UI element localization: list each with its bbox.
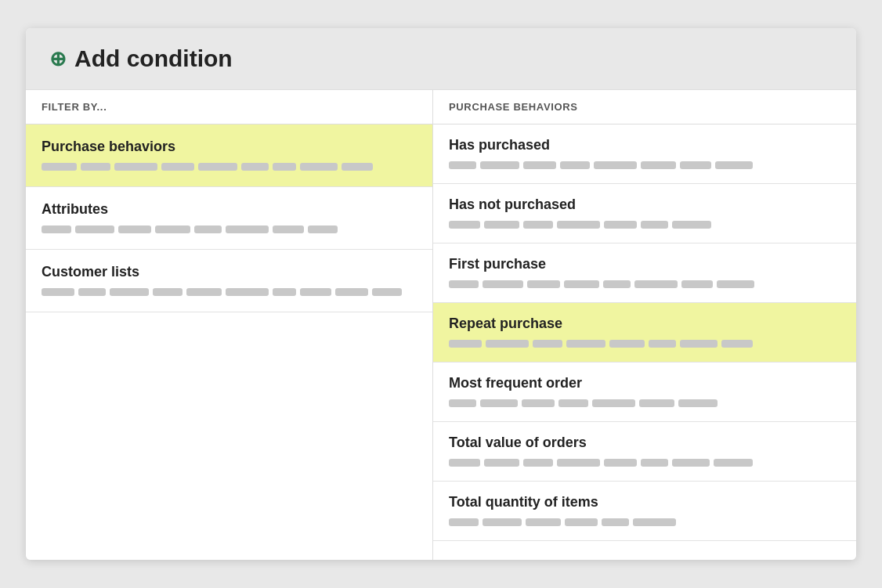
modal-body: FILTER BY... Purchase behaviorsAttribute… [26, 90, 856, 560]
placeholder-line [522, 399, 555, 407]
placeholder-line [715, 161, 753, 169]
placeholder-line [161, 163, 194, 171]
placeholder-line [42, 225, 71, 233]
filter-item-purchase-behaviors[interactable]: Purchase behaviors [26, 124, 432, 187]
modal-title: Add condition [74, 45, 233, 72]
filter-item-attributes[interactable]: Attributes [26, 187, 432, 250]
placeholder-line [273, 163, 296, 171]
placeholder-line [78, 288, 106, 296]
placeholder-line [42, 163, 77, 171]
placeholder-lines [449, 280, 840, 288]
filter-item-customer-lists[interactable]: Customer lists [26, 250, 432, 312]
placeholder-line [533, 340, 562, 348]
placeholder-line [155, 225, 190, 233]
placeholder-lines [449, 221, 840, 229]
placeholder-line [449, 340, 482, 348]
placeholder-line [721, 340, 753, 348]
placeholder-line [480, 161, 519, 169]
placeholder-line [566, 340, 605, 348]
behavior-item-label: Most frequent order [449, 375, 840, 391]
modal-container: ⊕ Add condition FILTER BY... Purchase be… [26, 28, 856, 560]
behavior-item-label: Repeat purchase [449, 316, 840, 332]
placeholder-line [153, 288, 183, 296]
placeholder-line [480, 399, 518, 407]
placeholder-line [523, 221, 553, 229]
placeholder-line [300, 163, 338, 171]
placeholder-line [372, 288, 402, 296]
placeholder-line [641, 221, 668, 229]
placeholder-line [633, 518, 676, 526]
placeholder-line [639, 399, 674, 407]
placeholder-line [273, 288, 296, 296]
placeholder-line [449, 518, 479, 526]
placeholder-lines [449, 161, 840, 169]
placeholder-line [449, 161, 476, 169]
placeholder-line [604, 221, 637, 229]
placeholder-line [81, 163, 110, 171]
placeholder-line [335, 288, 368, 296]
placeholder-line [484, 221, 519, 229]
placeholder-line [342, 163, 373, 171]
right-panel-header: PURCHASE BEHAVIORS [433, 90, 856, 124]
placeholder-lines [449, 399, 840, 407]
left-panel-header: FILTER BY... [26, 90, 432, 124]
behavior-item-repeat-purchase[interactable]: Repeat purchase [433, 303, 856, 363]
behavior-items-list: Has purchasedHas not purchasedFirst purc… [433, 124, 856, 541]
placeholder-line [308, 225, 338, 233]
modal-header: ⊕ Add condition [26, 28, 856, 90]
placeholder-line [527, 280, 560, 288]
filter-items-list: Purchase behaviorsAttributesCustomer lis… [26, 124, 432, 312]
behavior-item-total-value-of-orders[interactable]: Total value of orders [433, 422, 856, 482]
placeholder-line [186, 288, 222, 296]
right-panel: PURCHASE BEHAVIORS Has purchasedHas not … [433, 90, 856, 560]
placeholder-line [198, 163, 237, 171]
behavior-item-has-purchased[interactable]: Has purchased [433, 124, 856, 184]
placeholder-line [592, 399, 635, 407]
placeholder-line [449, 280, 479, 288]
placeholder-line [560, 161, 590, 169]
behavior-item-label: Has not purchased [449, 197, 840, 213]
filter-item-label: Purchase behaviors [42, 139, 417, 155]
placeholder-line [483, 518, 522, 526]
placeholder-line [714, 459, 753, 467]
placeholder-line [672, 221, 711, 229]
filter-item-label: Customer lists [42, 264, 417, 280]
behavior-item-total-quantity-of-items[interactable]: Total quantity of items [433, 482, 856, 541]
placeholder-line [649, 340, 676, 348]
placeholder-line [672, 459, 710, 467]
behavior-item-label: Total value of orders [449, 435, 840, 451]
placeholder-line [678, 399, 718, 407]
placeholder-line [110, 288, 149, 296]
placeholder-line [484, 459, 519, 467]
behavior-item-first-purchase[interactable]: First purchase [433, 243, 856, 303]
left-panel: FILTER BY... Purchase behaviorsAttribute… [26, 90, 433, 560]
placeholder-line [523, 161, 556, 169]
placeholder-line [486, 340, 529, 348]
placeholder-line [300, 288, 331, 296]
placeholder-line [641, 161, 676, 169]
behavior-item-label: Has purchased [449, 137, 840, 153]
placeholder-line [523, 459, 553, 467]
placeholder-lines [42, 225, 417, 233]
placeholder-line [680, 340, 718, 348]
behavior-item-label: First purchase [449, 256, 840, 272]
placeholder-line [594, 161, 637, 169]
placeholder-line [526, 518, 561, 526]
placeholder-lines [449, 518, 840, 526]
placeholder-line [557, 459, 600, 467]
behavior-item-most-frequent-order[interactable]: Most frequent order [433, 363, 856, 422]
add-condition-icon: ⊕ [49, 49, 67, 69]
filter-item-label: Attributes [42, 201, 417, 218]
placeholder-line [604, 459, 637, 467]
placeholder-line [273, 225, 304, 233]
placeholder-line [114, 163, 157, 171]
behavior-item-has-not-purchased[interactable]: Has not purchased [433, 184, 856, 243]
placeholder-lines [42, 288, 417, 296]
placeholder-line [449, 399, 476, 407]
placeholder-line [42, 288, 74, 296]
placeholder-line [565, 518, 598, 526]
placeholder-line [680, 161, 711, 169]
placeholder-line [603, 280, 631, 288]
placeholder-lines [449, 340, 840, 348]
placeholder-line [75, 225, 114, 233]
